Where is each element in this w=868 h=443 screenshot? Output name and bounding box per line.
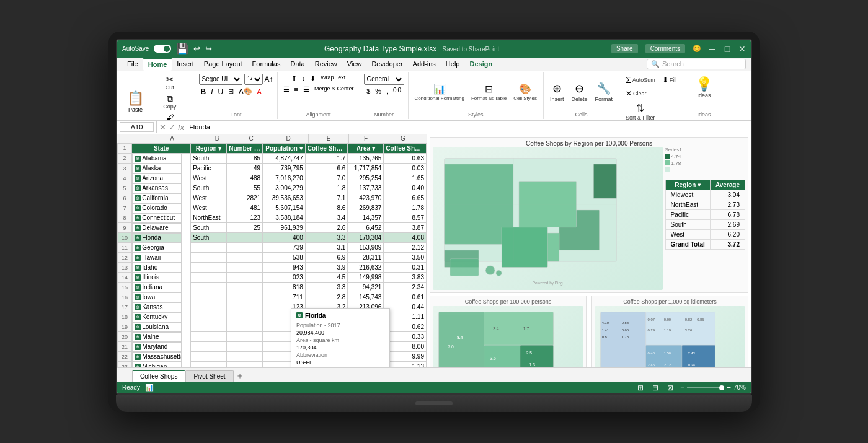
menu-data[interactable]: Data (285, 58, 309, 71)
zoom-slider[interactable] (687, 387, 724, 388)
cell-state[interactable]: ⊕ Hawaii (132, 253, 182, 263)
cell-state[interactable]: ⊕ Michigan (132, 362, 182, 367)
cell-state[interactable]: ⊕ Louisiana (132, 322, 182, 332)
function-icon[interactable]: fx (178, 123, 184, 132)
cell-reference-input[interactable] (120, 122, 154, 132)
cell-state[interactable]: ⊕ Maine (132, 332, 182, 342)
insert-cell-button[interactable]: ⊕ Insert (547, 81, 567, 103)
menu-addins[interactable]: Add-ins (408, 58, 441, 71)
minimize-button[interactable]: ─ (709, 45, 716, 53)
zoom-in-button[interactable]: + (727, 384, 731, 392)
cell-pop: 538 (263, 253, 306, 263)
autosum-button[interactable]: Σ AutoSum (623, 74, 658, 86)
cell-state[interactable]: ⊕ Kansas (132, 302, 182, 312)
menu-home[interactable]: Home (143, 58, 172, 71)
normal-view-button[interactable]: ⊞ (636, 383, 645, 393)
page-break-view-button[interactable]: ⊠ (665, 383, 675, 393)
cell-state[interactable]: ⊕ Florida (132, 233, 182, 243)
cell-state[interactable]: ⊕ Arizona (132, 173, 182, 183)
align-middle-icon[interactable]: ↕ (300, 74, 308, 83)
font-grow-icon[interactable]: A↑ (265, 75, 273, 84)
cell-state[interactable]: ⊕ Indiana (132, 283, 182, 292)
cell-state[interactable]: ⊕ Colorado (132, 203, 182, 213)
paste-button[interactable]: 📋 Paste (123, 88, 148, 115)
currency-button[interactable]: $ (365, 87, 372, 95)
percent-button[interactable]: % (373, 87, 383, 95)
clear-button[interactable]: ✕ Clear (623, 88, 649, 99)
cell-state[interactable]: ⊕ Maryland (132, 342, 182, 352)
align-center-icon[interactable]: ≡ (293, 85, 300, 94)
italic-button[interactable]: I (209, 87, 215, 97)
comments-button[interactable]: Comments (645, 44, 685, 53)
cancel-formula-icon[interactable]: ✕ (159, 123, 166, 132)
cell-state[interactable]: ⊕ Alaska (132, 164, 182, 173)
number-format-select[interactable]: General (364, 74, 404, 85)
cell-state[interactable]: ⊕ Massachusetts (132, 352, 182, 362)
delete-cell-button[interactable]: ⊖ Delete (569, 81, 590, 103)
cell-state[interactable]: ⊕ Delaware (132, 223, 182, 233)
fill-button[interactable]: ⬇ Fill (660, 74, 680, 86)
menu-file[interactable]: File (122, 58, 143, 71)
menu-design[interactable]: Design (464, 58, 497, 71)
font-name-select[interactable]: Segoe UI (199, 74, 242, 85)
cell-state[interactable]: ⊕ Georgia (132, 243, 182, 253)
align-row1: ⬆ ↕ ⬇ Wrap Text (290, 74, 348, 83)
cell-state[interactable]: ⊕ Alabama (132, 154, 182, 164)
add-sheet-button[interactable]: ＋ (234, 370, 246, 382)
comma-button[interactable]: , (384, 87, 390, 95)
sort-filter-icon: ⇅ (636, 102, 644, 114)
maximize-button[interactable]: □ (724, 45, 731, 53)
cell-styles-button[interactable]: 🎨 Cell Styles (511, 82, 539, 102)
conditional-formatting-button[interactable]: 📊 Conditional Formatting (412, 82, 467, 102)
menu-review[interactable]: Review (310, 58, 342, 71)
fill-color-button[interactable]: A🎨 (237, 87, 254, 96)
decimal-decrease-button[interactable]: 0. (397, 87, 402, 95)
font-color-button[interactable]: A (255, 87, 264, 96)
series-label: Series1 (665, 147, 745, 152)
close-button[interactable]: ✕ (738, 45, 746, 53)
bold-button[interactable]: B (199, 87, 208, 97)
tab-coffee-shops[interactable]: Coffee Shops (132, 370, 185, 382)
zoom-out-button[interactable]: − (680, 384, 684, 392)
autosave-toggle[interactable] (154, 45, 171, 53)
sort-filter-button[interactable]: ⇅ Sort & Filter (623, 101, 658, 121)
align-bottom-icon[interactable]: ⬇ (308, 74, 317, 83)
undo-icon[interactable]: ↩ (193, 44, 200, 53)
merge-center-button[interactable]: Merge & Center (312, 85, 356, 94)
cell-state[interactable]: ⊕ Idaho (132, 263, 182, 273)
font-size-select[interactable]: 14 (244, 74, 263, 85)
cell-state[interactable]: ⊕ Illinois (132, 273, 182, 283)
search-box[interactable]: 🔍 Search (647, 59, 746, 69)
menu-help[interactable]: Help (441, 58, 465, 71)
redo-icon[interactable]: ↪ (205, 44, 212, 53)
format-cell-button[interactable]: 🔧 Format (593, 81, 616, 103)
tab-pivot-sheet[interactable]: Pivot Sheet (185, 370, 233, 382)
format-painter-button[interactable]: 🖌 Format Painter (149, 112, 191, 121)
cut-button[interactable]: ✂ Cut (149, 74, 191, 92)
cell-state[interactable]: ⊕ Kentucky (132, 312, 182, 322)
wrap-text-button[interactable]: Wrap Text (319, 74, 347, 83)
underline-button[interactable]: U (216, 87, 226, 97)
decimal-increase-button[interactable]: .0 (391, 87, 396, 95)
align-left-icon[interactable]: ☰ (281, 85, 291, 94)
confirm-formula-icon[interactable]: ✓ (169, 123, 175, 132)
cell-state[interactable]: ⊕ Iowa (132, 292, 182, 302)
copy-button[interactable]: ⧉ Copy (149, 93, 191, 111)
align-right-icon[interactable]: ☰ (301, 85, 311, 94)
formula-input[interactable] (187, 123, 748, 131)
menu-developer[interactable]: Developer (366, 58, 407, 71)
format-table-button[interactable]: ⊟ Format as Table (469, 82, 509, 102)
align-top-icon[interactable]: ⬆ (290, 74, 299, 83)
share-button[interactable]: Share (611, 44, 638, 53)
border-button[interactable]: ⊞ (226, 87, 236, 96)
menu-formulas[interactable]: Formulas (247, 58, 286, 71)
cell-state[interactable]: ⊕ California (132, 193, 182, 203)
svg-text:1.41: 1.41 (602, 328, 609, 332)
page-layout-view-button[interactable]: ⊟ (650, 383, 660, 393)
menu-view[interactable]: View (342, 58, 367, 71)
cell-state[interactable]: ⊕ Connecticut (132, 213, 182, 223)
menu-insert[interactable]: Insert (172, 58, 199, 71)
ideas-button[interactable]: 💡 Ideas (690, 74, 718, 101)
cell-state[interactable]: ⊕ Arkansas (132, 183, 182, 193)
menu-page-layout[interactable]: Page Layout (199, 58, 247, 71)
